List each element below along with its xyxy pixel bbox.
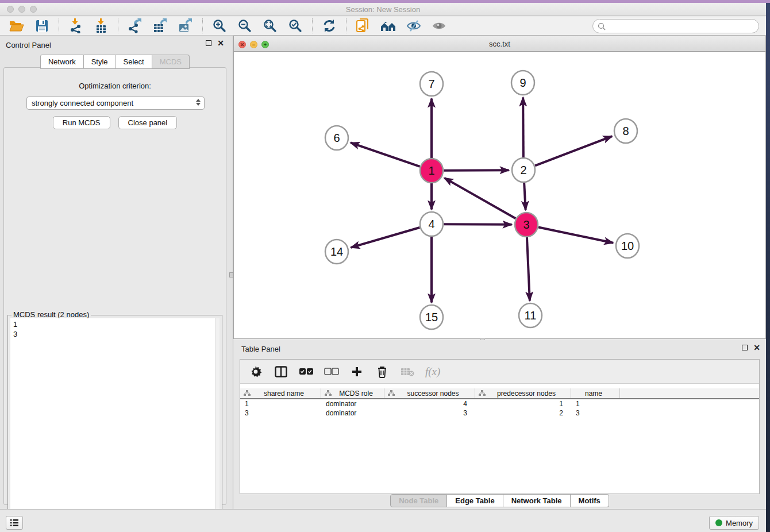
network-canvas[interactable]: 7968124314101511 — [233, 52, 766, 339]
node-2[interactable]: 2 — [512, 158, 535, 182]
edge-2-3[interactable] — [524, 182, 526, 210]
column-header-name[interactable]: name — [571, 388, 620, 398]
node-7[interactable]: 7 — [420, 72, 443, 96]
float-panel-icon[interactable] — [206, 40, 211, 46]
memory-button[interactable]: Memory — [709, 516, 759, 530]
criterion-dropdown[interactable]: strongly connected component — [26, 97, 205, 110]
table-cell[interactable]: 1 — [240, 399, 321, 408]
edge-3-10[interactable] — [538, 227, 613, 242]
export-network-icon[interactable] — [126, 18, 144, 34]
zoom-selected-icon[interactable] — [287, 18, 304, 34]
splitter-handle[interactable] — [229, 272, 233, 277]
mcds-result-text[interactable]: 1 3 — [10, 318, 215, 531]
table-cell[interactable]: 2 — [475, 408, 571, 418]
task-history-button[interactable] — [6, 516, 23, 530]
node-4[interactable]: 4 — [420, 212, 443, 236]
table-tabs: Node TableEdge TableNetwork TableMotifs — [233, 494, 766, 507]
show-hidden-icon[interactable] — [430, 18, 448, 34]
table-cell[interactable]: 3 — [240, 408, 321, 418]
float-table-panel-icon[interactable] — [742, 345, 748, 350]
tab-network[interactable]: Network — [40, 55, 84, 69]
edge-1-2[interactable] — [444, 170, 509, 171]
table-cell[interactable]: dominator — [321, 399, 384, 408]
network-window-title: scc.txt — [234, 40, 765, 48]
hide-selected-icon[interactable] — [405, 18, 422, 34]
tab-mcds[interactable]: MCDS — [152, 55, 190, 69]
result-scrollbar[interactable] — [215, 318, 220, 531]
table-cell[interactable]: 4 — [384, 399, 475, 408]
column-header-shared-name[interactable]: shared name — [240, 388, 321, 398]
desktop-background-edge — [766, 3, 770, 532]
add-column-icon[interactable] — [349, 364, 364, 379]
svg-text:14: 14 — [330, 245, 343, 258]
table-cell[interactable]: 3 — [571, 408, 620, 418]
node-3[interactable]: 3 — [515, 213, 538, 237]
import-table-icon[interactable] — [93, 18, 110, 34]
column-tree-icon — [244, 390, 251, 396]
close-panel-button[interactable]: Close panel — [118, 116, 178, 129]
tab-select[interactable]: Select — [116, 55, 152, 69]
zoom-fit-icon[interactable] — [261, 18, 279, 34]
refresh-view-icon[interactable] — [321, 18, 338, 34]
export-table-icon[interactable] — [152, 18, 169, 34]
search-input[interactable] — [606, 21, 759, 32]
deselect-all-rows-icon[interactable] — [324, 364, 339, 379]
split-panel-icon[interactable] — [274, 364, 288, 379]
node-14[interactable]: 14 — [325, 240, 348, 264]
svg-text:15: 15 — [425, 311, 438, 323]
tab-node-table[interactable]: Node Table — [390, 494, 447, 507]
control-panel: Control Panel ✕ NetworkStyleSelectMCDS O… — [0, 36, 230, 509]
import-network-icon[interactable] — [67, 18, 84, 34]
node-15[interactable]: 15 — [420, 305, 443, 329]
status-bar: Memory — [0, 509, 766, 532]
show-all-networks-icon[interactable] — [380, 18, 397, 34]
network-graph[interactable]: 7968124314101511 — [234, 52, 765, 338]
node-10[interactable]: 10 — [616, 234, 639, 258]
table-body: 1dominator4113dominator323 — [240, 399, 759, 418]
column-header-successor-nodes[interactable]: successor nodes — [384, 388, 475, 398]
edge-1-6[interactable] — [351, 142, 420, 167]
edge-2-9[interactable] — [523, 97, 523, 157]
table-cell[interactable]: 1 — [571, 399, 620, 408]
delete-table-icon[interactable] — [400, 364, 415, 379]
tab-network-table[interactable]: Network Table — [503, 494, 571, 507]
tab-motifs[interactable]: Motifs — [571, 494, 609, 507]
node-1[interactable]: 1 — [420, 159, 443, 183]
table-cell[interactable]: 1 — [475, 399, 571, 408]
column-header-MCDS-role[interactable]: MCDS role — [321, 388, 384, 398]
export-image-icon[interactable] — [177, 18, 194, 34]
edge-2-8[interactable] — [535, 136, 612, 165]
edge-4-3[interactable] — [444, 224, 511, 225]
table-settings-icon[interactable] — [248, 364, 263, 379]
column-header-predecessor-nodes[interactable]: predecessor nodes — [475, 388, 571, 398]
edge-3-1[interactable] — [444, 178, 515, 219]
table-cell[interactable]: dominator — [321, 408, 384, 418]
edge-4-14[interactable] — [351, 228, 419, 248]
table-row[interactable]: 1dominator411 — [240, 399, 759, 408]
column-tree-icon — [325, 390, 332, 396]
table-row[interactable]: 3dominator323 — [240, 408, 759, 418]
tab-style[interactable]: Style — [84, 55, 116, 69]
open-session-icon[interactable] — [8, 18, 25, 34]
zoom-in-icon[interactable] — [211, 18, 228, 34]
close-table-panel-icon[interactable]: ✕ — [753, 345, 760, 350]
zoom-out-icon[interactable] — [236, 18, 253, 34]
new-network-from-selection-icon[interactable] — [355, 18, 372, 34]
close-panel-icon[interactable]: ✕ — [217, 40, 224, 46]
table-panel-body: f(x) shared nameMCDS rolesuccessor nodes… — [240, 359, 760, 494]
save-session-icon[interactable] — [33, 18, 51, 34]
mcds-result-box: MCDS result (2 nodes) 1 3 — [7, 315, 222, 532]
node-6[interactable]: 6 — [325, 126, 348, 150]
table-panel: Table Panel ✕ — [233, 340, 766, 509]
select-all-rows-icon[interactable] — [299, 364, 314, 379]
tab-edge-table[interactable]: Edge Table — [447, 494, 503, 507]
edge-3-11[interactable] — [527, 237, 530, 300]
node-9[interactable]: 9 — [511, 71, 534, 95]
table-cell[interactable]: 3 — [384, 408, 475, 418]
function-builder-icon[interactable]: f(x) — [425, 365, 440, 378]
search-icon — [598, 22, 606, 30]
run-mcds-button[interactable]: Run MCDS — [53, 116, 110, 129]
node-8[interactable]: 8 — [614, 119, 637, 143]
node-11[interactable]: 11 — [519, 303, 542, 327]
delete-column-icon[interactable] — [375, 364, 390, 379]
